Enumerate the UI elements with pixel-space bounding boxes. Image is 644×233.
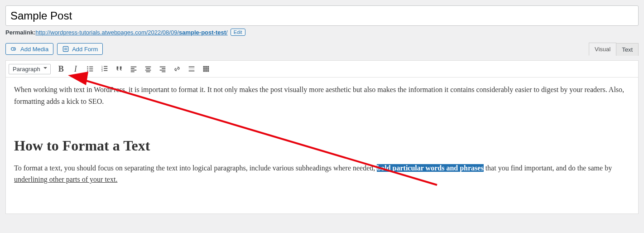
link-icon: [173, 65, 181, 73]
edit-slug-button[interactable]: Edit: [231, 29, 245, 36]
tab-text[interactable]: Text: [616, 43, 639, 56]
svg-rect-25: [162, 68, 165, 69]
tab-visual[interactable]: Visual: [589, 43, 616, 56]
svg-rect-36: [207, 68, 209, 70]
align-right-icon: [159, 65, 167, 73]
svg-rect-27: [162, 72, 165, 73]
format-select[interactable]: Paragraph: [9, 64, 51, 74]
svg-rect-13: [104, 68, 107, 69]
align-left-button[interactable]: [127, 63, 140, 75]
svg-rect-26: [159, 70, 165, 71]
read-more-button[interactable]: [185, 63, 198, 75]
paragraph: When working with text in WordPress, it …: [14, 84, 630, 107]
svg-rect-21: [146, 68, 150, 69]
svg-rect-18: [130, 70, 136, 71]
media-icon: [10, 45, 18, 53]
svg-rect-17: [130, 68, 134, 69]
align-left-icon: [130, 65, 138, 73]
svg-rect-7: [89, 68, 93, 69]
numbered-list-button[interactable]: 1 2 3: [98, 63, 111, 75]
toolbar-toggle-icon: [202, 65, 210, 73]
heading: How to Format a Text: [14, 134, 630, 157]
svg-rect-1: [63, 47, 68, 52]
svg-rect-29: [188, 68, 194, 69]
editor-toolbar: Paragraph B I 1 2 3: [6, 61, 638, 78]
svg-rect-5: [89, 67, 93, 68]
svg-rect-24: [159, 67, 165, 68]
blockquote-button[interactable]: [112, 63, 126, 75]
svg-rect-16: [130, 67, 136, 68]
bullet-list-button[interactable]: [83, 63, 97, 75]
svg-text:3: 3: [101, 69, 103, 72]
align-right-button[interactable]: [156, 63, 169, 75]
add-form-button[interactable]: Add Form: [57, 43, 103, 55]
toolbar-toggle-button[interactable]: [199, 63, 213, 75]
svg-rect-19: [130, 72, 134, 73]
italic-button[interactable]: I: [69, 63, 82, 75]
add-media-button[interactable]: Add Media: [5, 43, 53, 55]
permalink-row: Permalink: http://wordpress-tutorials.at…: [5, 29, 639, 36]
svg-rect-38: [205, 70, 207, 72]
svg-rect-34: [203, 68, 205, 70]
svg-rect-23: [146, 72, 150, 73]
svg-rect-32: [205, 66, 207, 68]
editor-wrap: Permalink: http://wordpress-tutorials.at…: [0, 0, 644, 219]
read-more-icon: [187, 65, 196, 73]
svg-rect-39: [207, 70, 209, 72]
svg-rect-28: [188, 67, 194, 68]
svg-rect-9: [89, 71, 93, 72]
permalink-label: Permalink:: [5, 29, 35, 36]
svg-rect-11: [104, 66, 107, 67]
svg-rect-15: [104, 70, 107, 71]
bold-button[interactable]: B: [54, 63, 68, 75]
paragraph: To format a text, you should focus on se…: [14, 162, 630, 185]
editor-content[interactable]: When working with text in WordPress, it …: [6, 78, 638, 214]
svg-rect-33: [207, 66, 209, 68]
svg-rect-22: [145, 70, 151, 71]
numbered-list-icon: 1 2 3: [101, 65, 109, 73]
svg-rect-31: [203, 66, 205, 68]
permalink-link[interactable]: http://wordpress-tutorials.atwebpages.co…: [35, 29, 227, 36]
align-center-button[interactable]: [141, 63, 155, 75]
link-button[interactable]: [170, 63, 184, 75]
selected-text: bold particular words and phrases: [377, 164, 483, 172]
underlined-text: underlining other parts of your text.: [14, 175, 117, 183]
svg-point-4: [87, 66, 88, 68]
editor-tabs: Visual Text: [589, 42, 639, 56]
editor-button-row: Add Media Add Form Visual Text: [5, 42, 639, 56]
form-icon: [62, 45, 69, 53]
quote-icon: [115, 65, 123, 73]
svg-point-6: [87, 68, 88, 70]
post-title-input[interactable]: [5, 5, 639, 26]
svg-rect-35: [205, 68, 207, 70]
svg-rect-30: [188, 71, 194, 72]
svg-point-8: [87, 70, 88, 72]
svg-rect-20: [145, 67, 151, 68]
svg-point-0: [11, 48, 14, 50]
svg-rect-37: [203, 70, 205, 72]
align-center-icon: [144, 65, 152, 73]
bullet-list-icon: [86, 65, 94, 73]
editor-shell: Paragraph B I 1 2 3: [5, 60, 639, 214]
